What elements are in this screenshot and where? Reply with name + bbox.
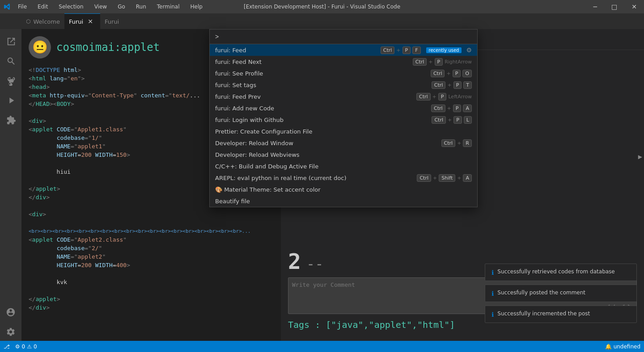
minimize-button[interactable]: ─ [590,2,601,11]
command-label-cpp-build: C/C++: Build and Debug Active File [215,163,472,170]
command-label-reload-window: Developer: Reload Window [215,140,436,147]
close-button[interactable]: ✕ [628,2,640,11]
activity-item-extensions[interactable] [2,111,20,129]
menu-file[interactable]: File [16,3,29,11]
command-keys-add-code: Ctrl + P A [431,105,472,112]
status-errors[interactable]: ⚙ 0 ⚠ 0 [15,344,37,350]
status-branch[interactable]: ⎇ [4,344,10,350]
notification-1: ℹ Successfully retrieved codes from data… [485,264,637,281]
command-keys-reload-window: Ctrl + R [441,139,472,147]
title-bar-left: File Edit Selection View Go Run Terminal… [4,3,204,11]
code-line: <applet CODE="Applet2.class" [25,235,277,244]
command-item-see-profile[interactable]: furui: See Profile Ctrl + P O [210,67,477,79]
command-palette-input[interactable] [215,33,472,40]
menu-help[interactable]: Help [189,3,204,11]
tab-furui2-label: Furui [105,18,119,25]
title-bar-title: [Extension Development Host] - Furui - V… [244,4,400,10]
command-label-prettier: Prettier: Create Configuration File [215,128,472,135]
activity-item-source-control[interactable] [2,72,20,90]
command-item-feed-prev[interactable]: furui: Feed Prev Ctrl + P LeftArrow [210,91,477,102]
command-keys-set-tags: Ctrl + P T [432,81,472,89]
info-icon-3: ℹ [491,311,494,318]
tab-welcome[interactable]: ⬡ Welcome [21,13,64,29]
menu-go[interactable]: Go [116,3,127,11]
notifications-panel: ℹ Successfully retrieved codes from data… [485,264,637,323]
command-keys-feed: Ctrl + P F recently used ⚙ [381,46,472,54]
code-line: <div> [25,210,277,218]
maximize-button[interactable]: □ [608,2,621,11]
activity-item-run[interactable] [2,92,20,109]
command-item-feed-next[interactable]: furui: Feed Next Ctrl + P RightArrow [210,56,477,67]
activity-bar [0,29,21,341]
status-undefined[interactable]: 🔔 undefined [605,344,640,350]
command-item-reload-webviews[interactable]: Developer: Reload Webviews [210,149,477,160]
badge-recently-used: recently used [426,47,462,53]
profile-username: cosmoimai:applet [56,41,160,54]
command-item-beautify[interactable]: Beautify file [210,195,477,207]
command-item-prettier[interactable]: Prettier: Create Configuration File [210,126,477,137]
key-ctrl: Ctrl [381,46,395,54]
menu-selection[interactable]: Selection [57,3,85,11]
command-label-add-code: furui: Add new Code [215,105,426,112]
code-line: </applet> [25,295,277,303]
command-item-arepl[interactable]: AREPL: eval python in real time (current… [210,172,477,184]
command-keys-feed-next: Ctrl + P RightArrow [413,58,472,66]
search-icon [6,56,16,66]
status-bar: ⎇ ⚙ 0 ⚠ 0 🔔 undefined [0,341,644,352]
activity-item-explorer[interactable] [2,33,20,50]
tab-furui2[interactable]: Furui [100,13,136,29]
menu-edit[interactable]: Edit [36,3,50,11]
activity-item-search[interactable] [2,52,20,70]
error-count: 0 [22,344,25,350]
vscode-logo-icon [4,3,11,10]
notification-3: ℹ Successfully incremented the post [485,306,637,323]
command-item-login-github[interactable]: furui: Login with Github Ctrl + P L [210,114,477,126]
code-line: NAME="applet2" [25,252,277,261]
command-label-feed-next: furui: Feed Next [215,59,407,65]
command-input-row [210,29,477,44]
status-bar-right: 🔔 undefined [605,344,640,350]
tab-furui[interactable]: Furui ✕ [64,13,100,29]
menu-view[interactable]: View [93,3,109,11]
notification-2: ℹ Succesfully posted the comment [485,285,637,302]
info-icon-2: ℹ [491,290,494,297]
code-line [25,286,277,295]
notification-3-text: Successfully incremented the post [497,310,590,317]
status-bar-left: ⎇ ⚙ 0 ⚠ 0 [4,344,37,350]
code-line: kvk [25,278,277,286]
warning-count: 0 [34,344,37,350]
code-line [25,269,277,278]
tab-furui-label: Furui [69,18,83,25]
command-item-cpp-build[interactable]: C/C++: Build and Debug Active File [210,160,477,172]
extensions-icon [6,115,16,125]
command-label-feed: furui: Feed [215,47,375,54]
command-keys-login-github: Ctrl + P L [432,116,472,124]
notification-2-text: Succesfully posted the comment [497,289,585,296]
title-bar: File Edit Selection View Go Run Terminal… [0,0,644,13]
command-item-feed[interactable]: furui: Feed Ctrl + P F recently used ⚙ [210,44,477,56]
gear-icon[interactable]: ⚙ [466,46,472,54]
command-label-see-profile: furui: See Profile [215,70,425,77]
command-keys-arepl: Ctrl + Shift + A [417,174,472,182]
run-debug-icon [6,96,16,105]
activity-item-settings[interactable] [2,323,20,341]
notification-1-text: Successfully retrieved codes from databa… [497,268,614,275]
command-label-material-theme: 🎨 Material Theme: Set accent color [215,186,472,193]
activity-item-account[interactable] [2,303,20,321]
title-bar-controls: ─ □ ✕ [590,2,640,11]
explorer-icon [6,37,16,46]
menu-run[interactable]: Run [134,3,148,11]
command-item-reload-window[interactable]: Developer: Reload Window Ctrl + R [210,137,477,149]
command-label-feed-prev: furui: Feed Prev [215,93,411,100]
command-item-add-code[interactable]: furui: Add new Code Ctrl + P A [210,102,477,114]
command-label-reload-webviews: Developer: Reload Webviews [215,151,472,158]
settings-icon [6,327,16,337]
tab-welcome-icon: ⬡ [26,18,30,25]
menu-terminal[interactable]: Terminal [155,3,182,11]
command-label-beautify: Beautify file [215,198,472,205]
command-palette: furui: Feed Ctrl + P F recently used ⚙ f… [209,29,478,207]
command-item-material-theme[interactable]: 🎨 Material Theme: Set accent color [210,184,477,195]
code-line: <br><br><br><br><br><br><br><br><br><br>… [25,227,277,235]
command-item-set-tags[interactable]: furui: Set tags Ctrl + P T [210,79,477,91]
tab-furui-close[interactable]: ✕ [88,18,93,25]
